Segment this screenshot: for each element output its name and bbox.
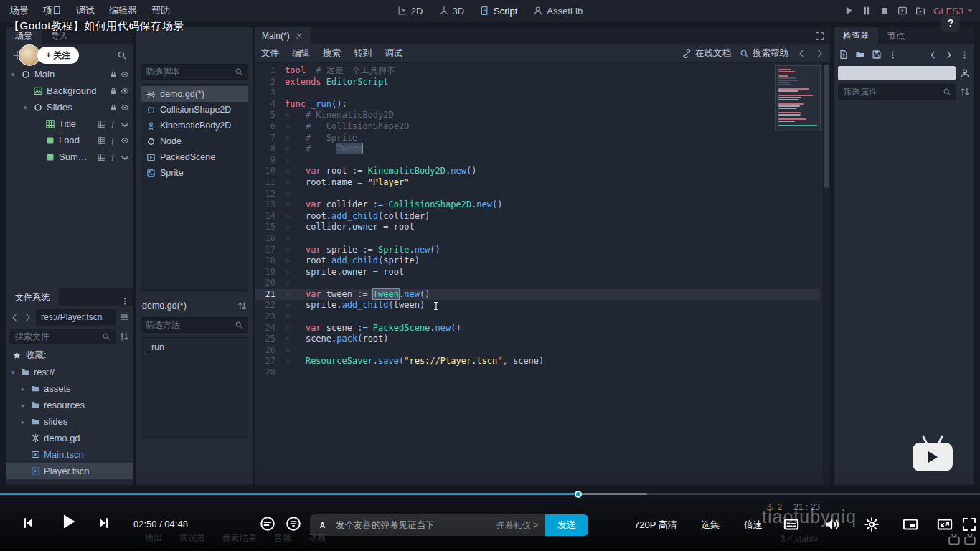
code-line-17[interactable]: 17» var sprite := Sprite.new() <box>255 245 820 256</box>
method-item-_run[interactable]: _run <box>141 339 248 355</box>
code-line-6[interactable]: 6» # CollisionShape2D <box>255 121 820 133</box>
code-line-3[interactable]: 3 <box>255 88 820 99</box>
fs-search-input[interactable]: 搜索文件 <box>10 329 116 344</box>
fscript-icon[interactable]: f <box>109 153 118 161</box>
fs-item-resources[interactable]: ▸resources <box>6 397 133 413</box>
fs-path[interactable]: res://Player.tscn <box>36 309 116 325</box>
close-icon[interactable] <box>295 32 303 40</box>
editor-menu[interactable]: 转到 <box>347 47 378 60</box>
script-item-demo.gd(*)[interactable]: demo.gd(*) <box>141 86 248 102</box>
distraction-free-icon[interactable] <box>815 32 824 41</box>
code-line-13[interactable]: 13» var collider := CollisionShape2D.new… <box>255 199 820 211</box>
danmaku-font-button[interactable]: A <box>310 521 334 530</box>
danmaku-toggle-icon[interactable] <box>260 516 275 532</box>
code-line-1[interactable]: 1tool # 这是一个工具脚本 <box>255 65 820 77</box>
history-icon[interactable] <box>960 68 970 78</box>
web-fullscreen-icon[interactable] <box>937 517 953 532</box>
fscript-icon[interactable]: f <box>109 120 118 128</box>
subtitle-icon[interactable] <box>783 517 799 532</box>
fs-item-demo.gd[interactable]: demo.gd <box>6 430 133 446</box>
speed-button[interactable]: 倍速 <box>744 519 763 532</box>
play-icon[interactable] <box>844 6 854 16</box>
save-resource-icon[interactable] <box>872 50 882 60</box>
script-item-Node[interactable]: Node <box>141 133 248 149</box>
sort-icon[interactable] <box>119 331 129 342</box>
code-line-5[interactable]: 5» # KinematicBody2D <box>255 110 820 121</box>
load-resource-icon[interactable] <box>855 50 865 60</box>
editor-menu[interactable]: 搜索 <box>316 47 347 60</box>
code-line-27[interactable]: 27» ResourceSaver.save("res://Player.tsc… <box>255 356 820 367</box>
lock-icon[interactable] <box>109 103 118 112</box>
code-line-12[interactable]: 12» <box>255 189 820 200</box>
editor-menu[interactable]: 编辑 <box>286 47 316 60</box>
eye-icon[interactable] <box>121 136 129 145</box>
resource-menu-icon[interactable] <box>888 50 897 60</box>
lock-icon[interactable] <box>109 70 118 79</box>
fs-item-assets[interactable]: ▸assets <box>6 380 133 397</box>
next-button[interactable] <box>98 517 110 529</box>
menubar-item[interactable]: 场景 <box>3 4 36 17</box>
tab-filesystem[interactable]: 文件系统 <box>6 288 59 306</box>
eyeclosed-icon[interactable] <box>121 153 129 161</box>
forward-icon[interactable] <box>944 50 953 60</box>
previous-button[interactable] <box>22 517 34 529</box>
play-button[interactable] <box>59 512 77 531</box>
tab-node[interactable]: 节点 <box>878 27 914 44</box>
script-item-CollisionShape2D[interactable]: CollisionShape2D <box>141 102 248 118</box>
eye-icon[interactable] <box>121 87 129 95</box>
node-name-field[interactable] <box>838 66 956 80</box>
scene-node-Main[interactable]: ▾Main <box>6 66 133 83</box>
history-back-icon[interactable] <box>797 49 806 58</box>
search-icon[interactable] <box>117 50 127 60</box>
fs-item-res://[interactable]: ▾res:// <box>6 364 133 380</box>
sort-icon[interactable] <box>237 301 247 311</box>
code-line-8[interactable]: 8» # Tween <box>255 143 820 155</box>
workspace-assetlib[interactable]: AssetLib <box>526 4 590 18</box>
workspace-3d[interactable]: 3D <box>431 4 471 18</box>
stopsq-icon[interactable] <box>880 6 890 16</box>
scene-tab-main[interactable]: Main(*) <box>255 27 311 44</box>
scene-node-Summary[interactable]: Summaryf <box>6 149 133 165</box>
fscript-icon[interactable]: f <box>109 136 118 145</box>
script-item-PackedScene[interactable]: PackedScene <box>141 149 248 165</box>
code-line-11[interactable]: 11» root.name = "Player" <box>255 177 820 189</box>
eye-icon[interactable] <box>121 70 129 79</box>
danmaku-settings-icon[interactable] <box>286 516 301 532</box>
code-line-22[interactable]: 22» sprite.add_child(tween) <box>255 300 820 311</box>
code-line-4[interactable]: 4func _run(): <box>255 99 820 110</box>
grid-icon[interactable] <box>98 153 106 161</box>
history-forward-icon[interactable] <box>815 49 824 58</box>
help-button[interactable]: ? <box>941 14 960 32</box>
script-item-KinematicBody2D[interactable]: KinematicBody2D <box>141 118 248 133</box>
pip-icon[interactable] <box>903 517 918 532</box>
danmaku-input[interactable]: A 发个友善的弹幕见证当下 弹幕礼仪 > <box>310 514 545 536</box>
fs-menu-icon[interactable] <box>119 312 129 322</box>
code-line-25[interactable]: 25» scene.pack(root) <box>255 334 820 345</box>
back-icon[interactable] <box>10 313 19 322</box>
code-line-16[interactable]: 16» <box>255 233 820 245</box>
follow-button[interactable]: + 关注 <box>37 47 79 64</box>
code-line-24[interactable]: 24» var scene := PackedScene.new() <box>255 323 820 334</box>
scrollbar[interactable] <box>823 63 830 485</box>
code-line-18[interactable]: 18» root.add_child(sprite) <box>255 255 820 267</box>
code-line-9[interactable]: 9» <box>255 155 820 166</box>
code-line-28[interactable]: 28 <box>255 367 820 379</box>
scene-node-Background[interactable]: Background <box>6 83 133 99</box>
new-resource-icon[interactable] <box>839 50 849 60</box>
code-line-14[interactable]: 14» root.add_child(collider) <box>255 211 820 222</box>
fs-item-slides[interactable]: ▸slides <box>6 413 133 430</box>
volume-icon[interactable] <box>824 517 839 532</box>
kebab-icon[interactable] <box>121 297 129 306</box>
menubar-item[interactable]: 调试 <box>69 4 102 17</box>
playcustom-icon[interactable] <box>915 6 925 16</box>
scrollbar-thumb[interactable] <box>824 65 829 188</box>
code-line-7[interactable]: 7» # Sprite <box>255 133 820 144</box>
episodes-button[interactable]: 选集 <box>701 519 720 532</box>
seek-bar[interactable] <box>0 493 980 495</box>
lock-icon[interactable] <box>109 87 118 95</box>
seek-handle[interactable] <box>575 491 582 498</box>
pause-icon[interactable] <box>862 6 872 16</box>
code-line-2[interactable]: 2extends EditorScript <box>255 77 820 88</box>
tab-inspector[interactable]: 检查器 <box>834 27 878 44</box>
code-area[interactable]: 1tool # 这是一个工具脚本2extends EditorScript34f… <box>255 63 830 485</box>
